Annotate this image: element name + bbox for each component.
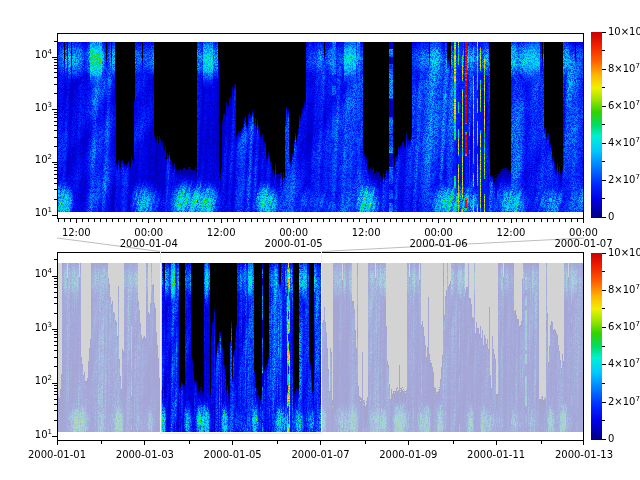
y-major-tick [52, 436, 57, 437]
x-tick-label: 00:00 [114, 227, 184, 238]
colorbar-tick-label: 2×107 [608, 396, 640, 407]
x-minor-tick [263, 219, 264, 222]
x-major-tick [293, 219, 294, 223]
colorbar-major-tick [602, 217, 606, 218]
x-minor-tick [522, 219, 523, 222]
y-minor-tick [54, 357, 57, 358]
colorbar-major-tick [602, 253, 606, 254]
x-minor-tick [341, 219, 342, 222]
x-minor-tick [323, 219, 324, 222]
y-minor-tick [54, 410, 57, 411]
x-minor-tick [166, 219, 167, 222]
x-minor-tick [227, 219, 228, 222]
x-minor-tick [553, 219, 554, 222]
y-minor-tick [54, 391, 57, 392]
x-minor-tick [408, 219, 409, 222]
colorbar-major-tick [602, 402, 606, 403]
x-minor-tick [82, 219, 83, 222]
x-minor-tick [189, 441, 190, 444]
colorbar-tick-label: 0 [608, 433, 614, 444]
x-minor-tick [106, 219, 107, 222]
x-major-tick [232, 441, 233, 445]
y-minor-tick [54, 59, 57, 60]
x-major-tick [583, 441, 584, 445]
x-minor-tick [528, 219, 529, 222]
y-minor-tick [54, 68, 57, 69]
x-major-tick [320, 441, 321, 445]
colorbar-tick-label: 6×107 [608, 100, 640, 111]
y-minor-tick [54, 183, 57, 184]
y-minor-tick [54, 385, 57, 386]
y-minor-tick [54, 174, 57, 175]
y-minor-tick [54, 297, 57, 298]
colorbar-minor-tick [602, 124, 605, 125]
y-minor-tick [54, 334, 57, 335]
spectrogram-figure: 12:0000:002000-01-0412:0000:002000-01-05… [0, 0, 640, 480]
x-minor-tick [571, 219, 572, 222]
detail-spectrogram-canvas[interactable] [58, 34, 583, 218]
y-minor-tick [54, 72, 57, 73]
y-major-tick [52, 329, 57, 330]
x-tick-label: 00:00 [259, 227, 329, 238]
colorbar-tick-label: 0 [608, 211, 614, 222]
x-minor-tick [450, 219, 451, 222]
y-minor-tick [54, 341, 57, 342]
x-minor-tick [281, 219, 282, 222]
x-tick-label: 00:00 [404, 227, 474, 238]
y-minor-tick [54, 199, 57, 200]
colorbar-tick-label: 4×107 [608, 358, 640, 369]
y-minor-tick [54, 117, 57, 118]
x-tick-label: 2000-01-03 [110, 449, 180, 460]
y-major-tick [52, 57, 57, 58]
x-minor-tick [402, 219, 403, 222]
x-minor-tick [257, 219, 258, 222]
x-minor-tick [178, 219, 179, 222]
y-minor-tick [54, 284, 57, 285]
x-major-tick [76, 219, 77, 223]
x-minor-tick [353, 219, 354, 222]
x-minor-tick [70, 219, 71, 222]
y-minor-tick [54, 170, 57, 171]
y-tick-label: 104 [24, 268, 52, 279]
y-minor-tick [54, 65, 57, 66]
x-minor-tick [541, 441, 542, 444]
zoom-region-box[interactable] [160, 251, 322, 434]
x-minor-tick [317, 219, 318, 222]
colorbar-major-tick [602, 290, 606, 291]
x-minor-tick [480, 219, 481, 222]
x-major-tick [57, 441, 58, 445]
x-minor-tick [456, 219, 457, 222]
y-minor-tick [54, 281, 57, 282]
x-minor-tick [534, 219, 535, 222]
colorbar-major-tick [602, 364, 606, 365]
x-minor-tick [136, 219, 137, 222]
x-minor-tick [172, 219, 173, 222]
x-minor-tick [462, 219, 463, 222]
x-major-tick [366, 219, 367, 223]
colorbar-major-tick [602, 180, 606, 181]
colorbar-minor-tick [602, 308, 605, 309]
x-minor-tick [299, 219, 300, 222]
x-minor-tick [311, 219, 312, 222]
y-major-tick [52, 276, 57, 277]
colorbar-minor-tick [602, 346, 605, 347]
x-tick-label: 12:00 [476, 227, 546, 238]
x-minor-tick [474, 219, 475, 222]
x-minor-tick [124, 219, 125, 222]
x-date-label: 2000-01-05 [259, 238, 329, 249]
x-minor-tick [541, 219, 542, 222]
x-tick-label: 12:00 [186, 227, 256, 238]
x-minor-tick [100, 219, 101, 222]
y-major-tick [52, 162, 57, 163]
y-minor-tick [54, 62, 57, 63]
x-minor-tick [277, 441, 278, 444]
x-minor-tick [239, 219, 240, 222]
y-minor-tick [54, 189, 57, 190]
y-minor-tick [54, 313, 57, 314]
x-minor-tick [384, 219, 385, 222]
y-minor-tick [54, 331, 57, 332]
x-minor-tick [112, 219, 113, 222]
x-minor-tick [390, 219, 391, 222]
x-minor-tick [118, 219, 119, 222]
x-minor-tick [377, 219, 378, 222]
